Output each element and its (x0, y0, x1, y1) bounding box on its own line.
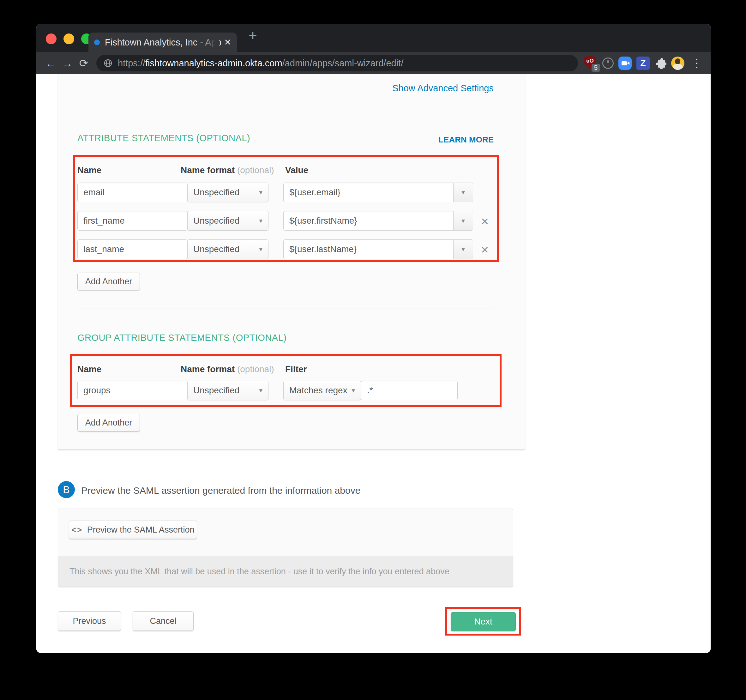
chevron-down-icon[interactable]: ▾ (453, 211, 473, 230)
close-window-button[interactable] (46, 33, 57, 44)
preview-note: This shows you the XML that will be used… (58, 556, 513, 587)
tab-title-fade (202, 35, 219, 50)
col-header-optional-label: (optional) (237, 165, 274, 175)
col-header-name: Name (77, 165, 101, 175)
attr-value-combo[interactable]: ${user.firstName} ▾ (283, 211, 473, 230)
reload-icon[interactable]: ⟳ (75, 57, 92, 69)
delete-row-icon[interactable]: ✕ (478, 244, 492, 256)
extensions-puzzle-icon[interactable] (654, 57, 666, 69)
step-b-badge: B (58, 481, 75, 498)
add-another-button[interactable]: Add Another (77, 414, 140, 432)
attribute-statements-heading: ATTRIBUTE STATEMENTS (OPTIONAL) (77, 133, 250, 143)
add-another-button[interactable]: Add Another (77, 272, 140, 290)
attr-value-combo[interactable]: ${user.lastName} ▾ (283, 239, 473, 259)
group-filter-op: Matches regex (289, 385, 347, 396)
cancel-button[interactable]: Cancel (132, 611, 194, 631)
attr-name-input[interactable]: first_name (77, 211, 188, 230)
preview-saml-assertion-label: Preview the SAML Assertion (87, 525, 194, 535)
attr-format-value: Unspecified (193, 244, 239, 254)
group-attribute-statements-heading: GROUP ATTRIBUTE STATEMENTS (OPTIONAL) (77, 333, 286, 343)
preview-section-heading: Preview the SAML assertion generated fro… (81, 485, 360, 496)
group-filter-select[interactable]: Matches regex ▾ (283, 381, 361, 400)
new-tab-button[interactable]: + (248, 27, 257, 44)
col-header-name: Name (77, 364, 101, 374)
attr-value-combo[interactable]: ${user.email} ▾ (283, 182, 473, 202)
col-header-name-format: Name format (optional) (180, 165, 274, 175)
avatar-shirt (673, 64, 683, 70)
z-extension-icon[interactable]: Z (636, 57, 650, 70)
password-manager-extension-icon[interactable] (602, 57, 614, 69)
browser-tab[interactable]: Fishtown Analytics, Inc - Applic ✕ (89, 33, 237, 52)
attr-value-input[interactable]: ${user.lastName} (284, 240, 453, 259)
zoom-extension-icon[interactable] (618, 57, 632, 70)
learn-more-link[interactable]: LEARN MORE (367, 135, 494, 145)
attr-value-input[interactable]: ${user.firstName} (284, 211, 453, 230)
divider (77, 309, 494, 309)
divider (77, 111, 494, 111)
col-header-name-format: Name format (optional) (180, 364, 274, 374)
chrome-menu-icon[interactable]: ⋮ (689, 57, 704, 70)
url-path: /admin/apps/saml-wizard/edit/ (282, 58, 404, 69)
previous-button[interactable]: Previous (58, 611, 121, 631)
attr-name-input[interactable]: email (77, 182, 188, 202)
attr-value-input[interactable]: ${user.email} (284, 183, 453, 202)
profile-avatar[interactable] (671, 57, 684, 70)
col-header-name-format-label: Name format (180, 364, 235, 374)
chevron-down-icon[interactable]: ▾ (453, 183, 473, 202)
group-format-select[interactable]: Unspecified ▾ (187, 381, 268, 400)
col-header-name-format-label: Name format (180, 165, 235, 175)
camera-icon (621, 61, 627, 65)
ublock-extension-icon[interactable]: uO 5 (584, 56, 597, 71)
delete-row-icon[interactable]: ✕ (478, 216, 492, 227)
group-format-value: Unspecified (193, 385, 239, 396)
avatar-head (675, 59, 680, 65)
show-advanced-settings-link[interactable]: Show Advanced Settings (367, 83, 494, 93)
code-brackets-icon: <> (72, 525, 83, 534)
chevron-down-icon: ▾ (352, 387, 355, 394)
next-button[interactable]: Next (451, 612, 516, 631)
chevron-down-icon[interactable]: ▾ (453, 240, 473, 259)
attr-format-select[interactable]: Unspecified ▾ (187, 239, 268, 259)
preview-saml-assertion-button[interactable]: <> Preview the SAML Assertion (69, 521, 197, 539)
attr-format-value: Unspecified (193, 187, 239, 197)
forward-icon[interactable]: → (59, 57, 75, 69)
page-content: Show Advanced Settings ATTRIBUTE STATEME… (36, 74, 711, 653)
tab-strip: Fishtown Analytics, Inc - Applic ✕ + (36, 24, 711, 52)
attr-format-select[interactable]: Unspecified ▾ (187, 211, 268, 230)
window-controls (46, 33, 92, 44)
minimize-window-button[interactable] (63, 33, 74, 44)
browser-window: Fishtown Analytics, Inc - Applic ✕ + ← →… (36, 24, 711, 653)
okta-favicon-icon (94, 39, 100, 45)
url-host: fishtownanalytics-admin.okta.com (145, 58, 282, 69)
close-tab-icon[interactable]: ✕ (224, 37, 231, 47)
chevron-down-icon: ▾ (259, 217, 262, 224)
ublock-badge: 5 (591, 64, 600, 72)
address-bar[interactable]: https://fishtownanalytics-admin.okta.com… (96, 55, 578, 71)
chevron-down-icon: ▾ (259, 387, 262, 394)
chevron-down-icon: ▾ (259, 188, 262, 196)
browser-toolbar: ← → ⟳ https://fishtownanalytics-admin.ok… (36, 52, 711, 74)
col-header-optional-label: (optional) (237, 364, 274, 374)
group-name-input[interactable]: groups (77, 381, 188, 400)
chevron-down-icon: ▾ (259, 245, 262, 253)
attr-format-select[interactable]: Unspecified ▾ (187, 182, 268, 202)
col-header-value: Value (285, 165, 308, 175)
attr-format-value: Unspecified (193, 216, 239, 226)
attr-name-input[interactable]: last_name (77, 239, 188, 259)
extension-area: uO 5 Z ⋮ (584, 56, 704, 71)
url-scheme: https:// (118, 58, 145, 69)
col-header-filter: Filter (285, 364, 307, 374)
group-filter-value-input[interactable]: .* (361, 381, 458, 400)
back-icon[interactable]: ← (43, 57, 59, 69)
globe-icon (103, 59, 113, 68)
